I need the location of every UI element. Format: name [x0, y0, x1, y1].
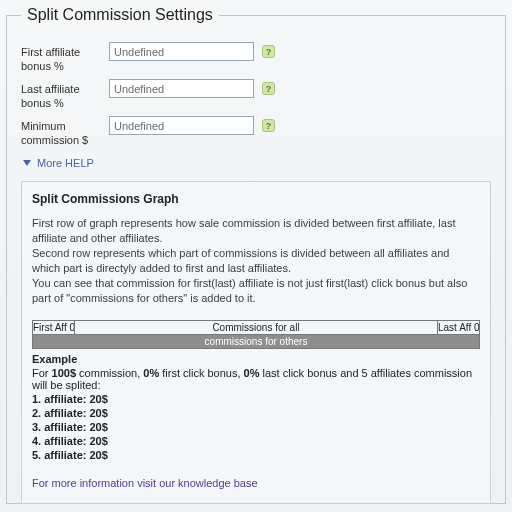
- label-min-commission: Minimum commission $: [21, 116, 109, 147]
- chevron-down-icon: [23, 160, 31, 166]
- min-commission-input[interactable]: [109, 116, 254, 135]
- label-last-bonus: Last affiliate bonus %: [21, 79, 109, 110]
- list-item: 2. affiliate: 20$: [32, 407, 480, 419]
- cell-first-aff: First Aff 0: [33, 321, 75, 335]
- cell-last-aff: Last Aff 0: [438, 321, 480, 335]
- example-line: For 100$ commission, 0% first click bonu…: [32, 367, 480, 391]
- graph-panel: Split Commissions Graph First row of gra…: [21, 181, 491, 504]
- panel-text: First row of graph represents how sale c…: [32, 216, 480, 306]
- last-bonus-input[interactable]: [109, 79, 254, 98]
- list-item: 4. affiliate: 20$: [32, 435, 480, 447]
- panel-title: Split Commissions Graph: [32, 192, 480, 206]
- first-bonus-input[interactable]: [109, 42, 254, 61]
- fieldset-legend: Split Commission Settings: [21, 6, 219, 24]
- affiliate-list: 1. affiliate: 20$ 2. affiliate: 20$ 3. a…: [32, 393, 480, 461]
- list-item: 5. affiliate: 20$: [32, 449, 480, 461]
- split-commission-fieldset: Split Commission Settings First affiliat…: [6, 6, 506, 504]
- help-icon[interactable]: ?: [262, 82, 275, 95]
- cell-commissions-others: commissions for others: [33, 335, 480, 349]
- example-heading: Example: [32, 353, 480, 365]
- commission-table: First Aff 0 Commissions for all Last Aff…: [32, 320, 480, 349]
- row-first-bonus: First affiliate bonus % ?: [21, 42, 491, 73]
- row-last-bonus: Last affiliate bonus % ?: [21, 79, 491, 110]
- more-help-toggle[interactable]: More HELP: [23, 157, 491, 169]
- help-icon[interactable]: ?: [262, 45, 275, 58]
- more-help-label: More HELP: [37, 157, 94, 169]
- list-item: 1. affiliate: 20$: [32, 393, 480, 405]
- label-first-bonus: First affiliate bonus %: [21, 42, 109, 73]
- list-item: 3. affiliate: 20$: [32, 421, 480, 433]
- knowledge-base-link[interactable]: For more information visit our knowledge…: [32, 477, 480, 489]
- cell-commissions-all: Commissions for all: [75, 321, 438, 335]
- help-icon[interactable]: ?: [262, 119, 275, 132]
- row-min-commission: Minimum commission $ ?: [21, 116, 491, 147]
